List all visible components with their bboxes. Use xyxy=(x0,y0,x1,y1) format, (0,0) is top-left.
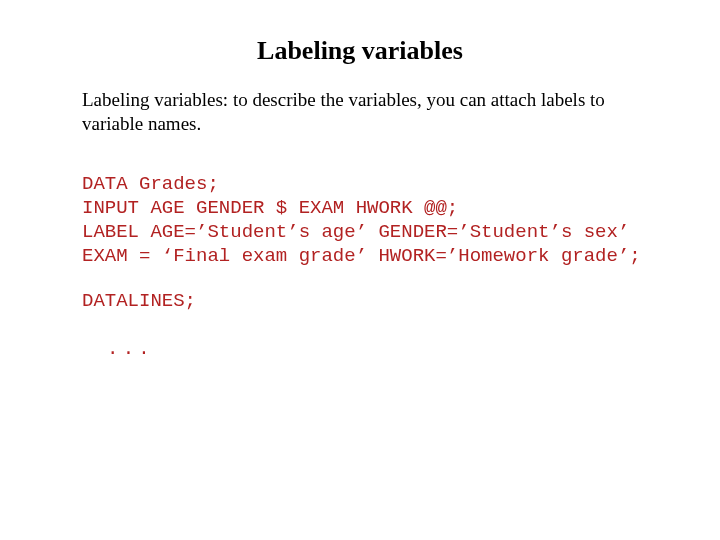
code-line-4: EXAM = ‘Final exam grade’ HWORK=’Homewor… xyxy=(82,245,641,267)
code-line-1: DATA Grades; xyxy=(82,173,219,195)
slide-description: Labeling variables: to describe the vari… xyxy=(82,88,638,136)
code-line-6: ... xyxy=(82,338,154,360)
code-block: DATA Grades; INPUT AGE GENDER $ EXAM HWO… xyxy=(82,150,638,362)
code-line-5: DATALINES; xyxy=(82,290,638,314)
code-line-3: LABEL AGE=’Student’s age’ GENDER=’Studen… xyxy=(82,221,629,243)
slide-title: Labeling variables xyxy=(82,36,638,66)
code-line-2: INPUT AGE GENDER $ EXAM HWORK @@; xyxy=(82,197,458,219)
